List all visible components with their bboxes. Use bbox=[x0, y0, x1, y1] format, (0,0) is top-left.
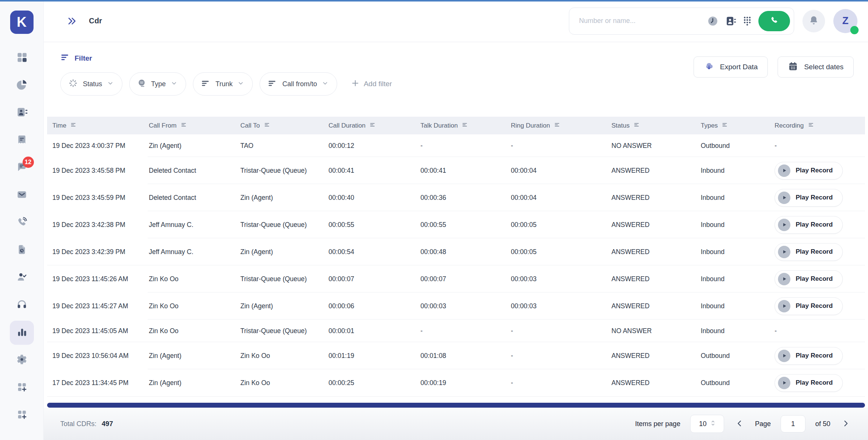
user-avatar[interactable]: Z bbox=[833, 9, 857, 33]
chevron-down-icon bbox=[171, 80, 177, 88]
dialer-search-box bbox=[569, 8, 794, 35]
play-icon bbox=[778, 246, 790, 258]
cell-ring-duration: - bbox=[511, 352, 611, 360]
type-circle-icon bbox=[137, 79, 146, 90]
column-header-status[interactable]: Status bbox=[611, 122, 701, 129]
cell-call-to: Zin Ko Oo bbox=[240, 379, 329, 387]
number-search-input[interactable] bbox=[578, 17, 701, 25]
chevron-down-icon bbox=[322, 80, 329, 88]
sidebar-item-notes[interactable] bbox=[10, 128, 34, 152]
play-record-button[interactable]: Play Record bbox=[775, 374, 843, 392]
column-header-types[interactable]: Types bbox=[701, 122, 775, 129]
sidebar-item-calls[interactable] bbox=[10, 211, 34, 235]
cell-call-from: Deleted Contact bbox=[149, 167, 240, 175]
play-icon bbox=[778, 219, 790, 231]
play-icon bbox=[778, 350, 790, 362]
play-record-button[interactable]: Play Record bbox=[775, 189, 843, 207]
cell-call-duration: 00:00:41 bbox=[329, 167, 420, 175]
cell-ring-duration: 00:00:03 bbox=[511, 275, 611, 283]
column-header-ring-duration[interactable]: Ring Duration bbox=[511, 122, 611, 129]
sidebar-item-dashboard[interactable] bbox=[10, 46, 34, 70]
filter-section: Filter Status bbox=[60, 53, 854, 96]
notes-icon bbox=[17, 134, 27, 146]
dashboard-icon bbox=[16, 52, 28, 64]
next-page-button[interactable] bbox=[840, 418, 851, 430]
play-record-label: Play Record bbox=[796, 352, 833, 359]
column-filter-icon[interactable] bbox=[634, 122, 639, 129]
column-header-recording[interactable]: Recording bbox=[775, 122, 865, 129]
sidebar-item-settings[interactable] bbox=[10, 348, 34, 372]
call-history-icon[interactable] bbox=[707, 15, 719, 27]
sidebar-item-contacts[interactable] bbox=[10, 101, 34, 125]
filter-pill-trunk[interactable]: Trunk bbox=[193, 72, 253, 96]
play-record-button[interactable]: Play Record bbox=[775, 347, 843, 365]
table-row: 19 Dec 2023 11:45:27 AM Zin Ko Oo Zin (A… bbox=[47, 292, 865, 320]
column-filter-icon[interactable] bbox=[264, 122, 270, 129]
column-header-call-duration[interactable]: Call Duration bbox=[329, 122, 420, 129]
column-filter-icon[interactable] bbox=[70, 122, 76, 129]
play-record-button[interactable]: Play Record bbox=[775, 270, 843, 288]
cell-ring-duration: - bbox=[511, 379, 611, 387]
cell-call-from: Zin (Agent) bbox=[149, 142, 240, 150]
sidebar-item-support[interactable] bbox=[10, 293, 34, 317]
dialpad-icon[interactable] bbox=[742, 16, 752, 26]
column-filter-icon[interactable] bbox=[554, 122, 560, 129]
cell-call-from: Jeff Amnuay C. bbox=[149, 248, 240, 256]
cell-time: 19 Dec 2023 11:45:05 AM bbox=[47, 327, 149, 335]
filter-label-row[interactable]: Filter bbox=[60, 53, 394, 63]
cell-recording: Play Record bbox=[775, 347, 865, 365]
select-dates-button[interactable]: Select dates bbox=[778, 56, 854, 78]
apps-add-icon bbox=[16, 381, 28, 394]
sidebar-item-reports[interactable] bbox=[10, 73, 34, 97]
export-data-button[interactable]: Export Data bbox=[694, 56, 768, 78]
sidebar-item-agents[interactable] bbox=[10, 266, 34, 290]
page-number-input[interactable] bbox=[781, 415, 805, 432]
sidebar-item-cdr-stats[interactable] bbox=[10, 321, 34, 345]
column-filter-icon[interactable] bbox=[181, 122, 186, 129]
column-filter-icon[interactable] bbox=[808, 122, 814, 129]
column-filter-icon[interactable] bbox=[462, 122, 468, 129]
collapse-sidebar-icon[interactable] bbox=[67, 16, 77, 26]
lines-icon bbox=[267, 78, 277, 90]
total-cdrs-label: Total CDRs: bbox=[60, 420, 96, 428]
sidebar-item-chat[interactable]: 12 bbox=[10, 156, 34, 180]
cell-call-to: Zin (Agent) bbox=[240, 302, 329, 310]
play-record-label: Play Record bbox=[796, 248, 833, 256]
spinner-icon bbox=[68, 78, 78, 90]
file-clock-icon bbox=[17, 244, 27, 256]
chevron-left-icon bbox=[735, 419, 744, 429]
previous-page-button[interactable] bbox=[734, 418, 745, 430]
sidebar-item-call-history[interactable] bbox=[10, 238, 34, 262]
page-title: Cdr bbox=[89, 17, 102, 25]
items-per-page-select[interactable]: 10 bbox=[690, 415, 724, 433]
call-button[interactable] bbox=[758, 11, 790, 31]
horizontal-scrollbar[interactable] bbox=[47, 403, 865, 408]
cell-type: Outbound bbox=[701, 379, 775, 387]
app-logo[interactable]: K bbox=[10, 11, 34, 34]
table-row: 19 Dec 2023 3:45:59 PM Deleted Contact Z… bbox=[47, 184, 865, 211]
filter-pill-type[interactable]: Type bbox=[129, 72, 186, 96]
column-header-call-to[interactable]: Call To bbox=[240, 122, 329, 129]
play-record-button[interactable]: Play Record bbox=[775, 243, 843, 261]
column-filter-icon[interactable] bbox=[722, 122, 727, 129]
column-header-call-from[interactable]: Call From bbox=[149, 122, 240, 129]
filter-pill-status[interactable]: Status bbox=[60, 72, 122, 96]
play-record-button[interactable]: Play Record bbox=[775, 162, 843, 180]
filter-pill-label: Call from/to bbox=[282, 80, 317, 88]
cell-call-to: Zin Ko Oo bbox=[240, 352, 329, 360]
sidebar-item-add-app[interactable] bbox=[10, 403, 34, 427]
sidebar-item-mail[interactable] bbox=[10, 183, 34, 207]
filter-pill-call-from-to[interactable]: Call from/to bbox=[260, 72, 337, 96]
play-record-button[interactable]: Play Record bbox=[775, 297, 843, 315]
notifications-button[interactable] bbox=[802, 10, 825, 32]
column-header-talk-duration[interactable]: Talk Duration bbox=[420, 122, 511, 129]
play-record-button[interactable]: Play Record bbox=[775, 216, 843, 234]
sidebar-item-add-module[interactable] bbox=[10, 376, 34, 400]
column-header-time[interactable]: Time bbox=[47, 122, 149, 129]
contact-book-icon[interactable] bbox=[725, 15, 736, 27]
column-filter-icon[interactable] bbox=[370, 122, 375, 129]
phone-icon bbox=[770, 16, 779, 26]
add-filter-button[interactable]: Add filter bbox=[348, 78, 394, 90]
cell-status: ANSWERED bbox=[611, 275, 701, 283]
filter-pill-label: Type bbox=[151, 80, 166, 88]
